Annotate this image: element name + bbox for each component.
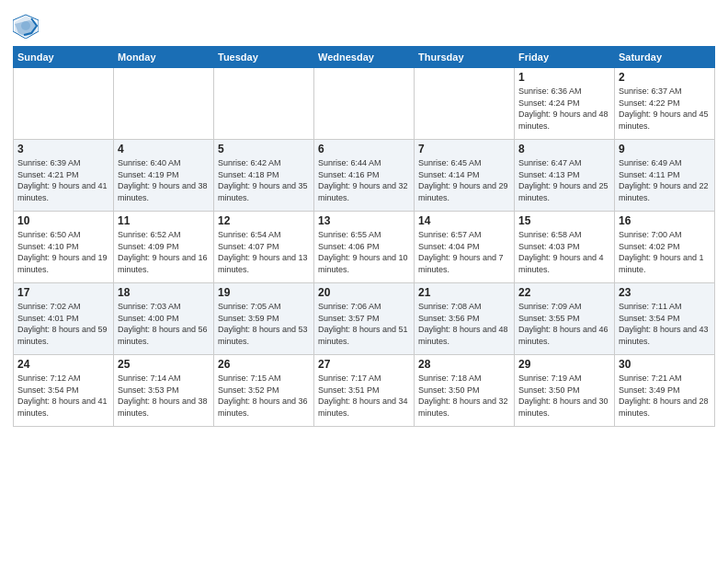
day-number-15: 15 (518, 214, 610, 227)
day-number-16: 16 (619, 214, 711, 227)
calendar-cell-w0-d0 (14, 68, 114, 140)
day-info-10: Sunrise: 6:50 AM Sunset: 4:10 PM Dayligh… (17, 229, 109, 275)
day-number-24: 24 (17, 358, 109, 371)
header (13, 9, 715, 39)
calendar-cell-w1-d0: 3Sunrise: 6:39 AM Sunset: 4:21 PM Daylig… (14, 140, 114, 212)
page: Sunday Monday Tuesday Wednesday Thursday… (0, 0, 728, 563)
calendar-cell-w4-d5: 29Sunrise: 7:19 AM Sunset: 3:50 PM Dayli… (515, 355, 615, 427)
calendar-cell-w3-d0: 17Sunrise: 7:02 AM Sunset: 4:01 PM Dayli… (14, 283, 114, 355)
day-info-3: Sunrise: 6:39 AM Sunset: 4:21 PM Dayligh… (17, 157, 109, 203)
day-info-30: Sunrise: 7:21 AM Sunset: 3:49 PM Dayligh… (619, 373, 711, 419)
day-info-20: Sunrise: 7:06 AM Sunset: 3:57 PM Dayligh… (318, 301, 410, 347)
day-info-4: Sunrise: 6:40 AM Sunset: 4:19 PM Dayligh… (118, 157, 210, 203)
day-number-23: 23 (619, 286, 711, 299)
day-info-6: Sunrise: 6:44 AM Sunset: 4:16 PM Dayligh… (318, 157, 410, 203)
day-info-19: Sunrise: 7:05 AM Sunset: 3:59 PM Dayligh… (218, 301, 310, 347)
th-monday: Monday (114, 47, 214, 68)
day-info-15: Sunrise: 6:58 AM Sunset: 4:03 PM Dayligh… (518, 229, 610, 275)
day-number-18: 18 (118, 286, 210, 299)
day-info-27: Sunrise: 7:17 AM Sunset: 3:51 PM Dayligh… (318, 373, 410, 419)
day-number-2: 2 (619, 71, 711, 84)
calendar-cell-w3-d4: 21Sunrise: 7:08 AM Sunset: 3:56 PM Dayli… (415, 283, 515, 355)
day-number-13: 13 (318, 214, 410, 227)
day-info-14: Sunrise: 6:57 AM Sunset: 4:04 PM Dayligh… (418, 229, 510, 275)
day-info-18: Sunrise: 7:03 AM Sunset: 4:00 PM Dayligh… (118, 301, 210, 347)
day-number-1: 1 (518, 71, 610, 84)
week-row-0: 1Sunrise: 6:36 AM Sunset: 4:24 PM Daylig… (14, 68, 715, 140)
day-info-13: Sunrise: 6:55 AM Sunset: 4:06 PM Dayligh… (318, 229, 410, 275)
day-info-1: Sunrise: 6:36 AM Sunset: 4:24 PM Dayligh… (518, 86, 610, 132)
day-number-10: 10 (17, 214, 109, 227)
calendar-cell-w3-d3: 20Sunrise: 7:06 AM Sunset: 3:57 PM Dayli… (314, 283, 415, 355)
day-info-12: Sunrise: 6:54 AM Sunset: 4:07 PM Dayligh… (218, 229, 310, 275)
calendar-cell-w2-d1: 11Sunrise: 6:52 AM Sunset: 4:09 PM Dayli… (114, 212, 214, 283)
day-info-8: Sunrise: 6:47 AM Sunset: 4:13 PM Dayligh… (518, 157, 610, 203)
calendar-cell-w0-d3 (314, 68, 415, 140)
day-number-11: 11 (118, 214, 210, 227)
calendar-cell-w0-d1 (114, 68, 214, 140)
day-number-28: 28 (418, 358, 510, 371)
th-sunday: Sunday (14, 47, 114, 68)
day-number-25: 25 (118, 358, 210, 371)
calendar-cell-w2-d3: 13Sunrise: 6:55 AM Sunset: 4:06 PM Dayli… (314, 212, 415, 283)
day-number-4: 4 (118, 143, 210, 155)
th-tuesday: Tuesday (214, 47, 314, 68)
calendar-cell-w0-d6: 2Sunrise: 6:37 AM Sunset: 4:22 PM Daylig… (615, 68, 715, 140)
calendar-cell-w0-d4 (415, 68, 515, 140)
week-row-3: 17Sunrise: 7:02 AM Sunset: 4:01 PM Dayli… (14, 283, 715, 355)
calendar-cell-w1-d3: 6Sunrise: 6:44 AM Sunset: 4:16 PM Daylig… (314, 140, 415, 212)
calendar-cell-w1-d6: 9Sunrise: 6:49 AM Sunset: 4:11 PM Daylig… (615, 140, 715, 212)
calendar-cell-w3-d2: 19Sunrise: 7:05 AM Sunset: 3:59 PM Dayli… (214, 283, 314, 355)
day-number-8: 8 (518, 143, 610, 155)
calendar-cell-w4-d4: 28Sunrise: 7:18 AM Sunset: 3:50 PM Dayli… (415, 355, 515, 427)
day-number-21: 21 (418, 286, 510, 299)
week-row-1: 3Sunrise: 6:39 AM Sunset: 4:21 PM Daylig… (14, 140, 715, 212)
calendar-cell-w1-d1: 4Sunrise: 6:40 AM Sunset: 4:19 PM Daylig… (114, 140, 214, 212)
calendar-cell-w1-d5: 8Sunrise: 6:47 AM Sunset: 4:13 PM Daylig… (515, 140, 615, 212)
day-number-26: 26 (218, 358, 310, 371)
day-number-12: 12 (218, 214, 310, 227)
th-saturday: Saturday (615, 47, 715, 68)
calendar-cell-w4-d3: 27Sunrise: 7:17 AM Sunset: 3:51 PM Dayli… (314, 355, 415, 427)
day-info-26: Sunrise: 7:15 AM Sunset: 3:52 PM Dayligh… (218, 373, 310, 419)
day-info-7: Sunrise: 6:45 AM Sunset: 4:14 PM Dayligh… (418, 157, 510, 203)
calendar-cell-w4-d2: 26Sunrise: 7:15 AM Sunset: 3:52 PM Dayli… (214, 355, 314, 427)
logo (13, 13, 42, 39)
day-info-24: Sunrise: 7:12 AM Sunset: 3:54 PM Dayligh… (17, 373, 109, 419)
day-number-3: 3 (17, 143, 109, 155)
day-number-27: 27 (318, 358, 410, 371)
generalblue-logo-icon (13, 13, 39, 39)
day-number-9: 9 (619, 143, 711, 155)
day-number-14: 14 (418, 214, 510, 227)
calendar-cell-w0-d2 (214, 68, 314, 140)
day-info-2: Sunrise: 6:37 AM Sunset: 4:22 PM Dayligh… (619, 86, 711, 132)
day-info-5: Sunrise: 6:42 AM Sunset: 4:18 PM Dayligh… (218, 157, 310, 203)
calendar-cell-w1-d4: 7Sunrise: 6:45 AM Sunset: 4:14 PM Daylig… (415, 140, 515, 212)
calendar-cell-w2-d5: 15Sunrise: 6:58 AM Sunset: 4:03 PM Dayli… (515, 212, 615, 283)
calendar-cell-w2-d0: 10Sunrise: 6:50 AM Sunset: 4:10 PM Dayli… (14, 212, 114, 283)
th-thursday: Thursday (415, 47, 515, 68)
day-number-19: 19 (218, 286, 310, 299)
calendar-cell-w3-d5: 22Sunrise: 7:09 AM Sunset: 3:55 PM Dayli… (515, 283, 615, 355)
week-row-2: 10Sunrise: 6:50 AM Sunset: 4:10 PM Dayli… (14, 212, 715, 283)
day-info-23: Sunrise: 7:11 AM Sunset: 3:54 PM Dayligh… (619, 301, 711, 347)
week-row-4: 24Sunrise: 7:12 AM Sunset: 3:54 PM Dayli… (14, 355, 715, 427)
day-info-21: Sunrise: 7:08 AM Sunset: 3:56 PM Dayligh… (418, 301, 510, 347)
th-wednesday: Wednesday (314, 47, 415, 68)
day-number-7: 7 (418, 143, 510, 155)
calendar-cell-w4-d1: 25Sunrise: 7:14 AM Sunset: 3:53 PM Dayli… (114, 355, 214, 427)
day-info-16: Sunrise: 7:00 AM Sunset: 4:02 PM Dayligh… (619, 229, 711, 275)
weekday-header-row: Sunday Monday Tuesday Wednesday Thursday… (14, 47, 715, 68)
day-info-17: Sunrise: 7:02 AM Sunset: 4:01 PM Dayligh… (17, 301, 109, 347)
day-info-11: Sunrise: 6:52 AM Sunset: 4:09 PM Dayligh… (118, 229, 210, 275)
calendar-cell-w2-d4: 14Sunrise: 6:57 AM Sunset: 4:04 PM Dayli… (415, 212, 515, 283)
th-friday: Friday (515, 47, 615, 68)
calendar-cell-w3-d6: 23Sunrise: 7:11 AM Sunset: 3:54 PM Dayli… (615, 283, 715, 355)
day-info-28: Sunrise: 7:18 AM Sunset: 3:50 PM Dayligh… (418, 373, 510, 419)
day-info-9: Sunrise: 6:49 AM Sunset: 4:11 PM Dayligh… (619, 157, 711, 203)
calendar-cell-w4-d0: 24Sunrise: 7:12 AM Sunset: 3:54 PM Dayli… (14, 355, 114, 427)
calendar-cell-w3-d1: 18Sunrise: 7:03 AM Sunset: 4:00 PM Dayli… (114, 283, 214, 355)
day-info-29: Sunrise: 7:19 AM Sunset: 3:50 PM Dayligh… (518, 373, 610, 419)
day-number-6: 6 (318, 143, 410, 155)
day-number-22: 22 (518, 286, 610, 299)
